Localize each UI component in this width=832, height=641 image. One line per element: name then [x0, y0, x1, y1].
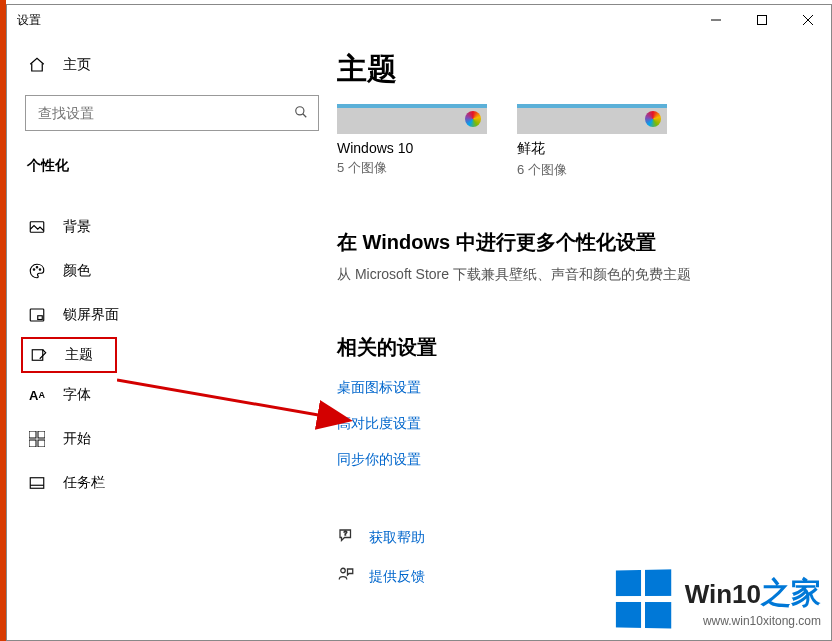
theme-icon: [29, 346, 49, 364]
titlebar: 设置: [7, 5, 831, 35]
home-label: 主页: [63, 56, 91, 74]
sidebar-item-label: 字体: [63, 386, 91, 404]
sidebar: 主页 个性化 背景 颜色 锁屏界面 主题: [7, 35, 337, 640]
help-label: 获取帮助: [369, 529, 425, 547]
svg-text:?: ?: [344, 530, 348, 536]
svg-point-8: [36, 267, 38, 269]
more-personalization-heading: 在 Windows 中进行更多个性化设置: [337, 229, 801, 256]
picture-icon: [27, 218, 47, 236]
theme-count: 5 个图像: [337, 159, 487, 177]
link-sync-settings[interactable]: 同步你的设置: [337, 451, 801, 469]
sidebar-item-themes[interactable]: 主题: [21, 337, 117, 373]
help-icon: ?: [337, 527, 355, 548]
sidebar-item-label: 主题: [65, 346, 93, 364]
theme-preview: [337, 104, 487, 134]
svg-rect-14: [38, 431, 45, 438]
content: 主题 Windows 10 5 个图像 鲜花 6 个图像 在 Windows 中…: [337, 35, 831, 640]
sidebar-item-label: 颜色: [63, 262, 91, 280]
lockscreen-icon: [27, 306, 47, 324]
sidebar-item-taskbar[interactable]: 任务栏: [7, 461, 337, 505]
sidebar-item-label: 任务栏: [63, 474, 105, 492]
svg-point-4: [296, 106, 304, 114]
svg-rect-15: [29, 440, 36, 447]
close-button[interactable]: [785, 5, 831, 35]
svg-point-20: [341, 568, 346, 573]
color-wheel-icon: [465, 111, 481, 127]
svg-rect-11: [38, 316, 43, 320]
sidebar-item-colors[interactable]: 颜色: [7, 249, 337, 293]
related-settings-heading: 相关的设置: [337, 334, 801, 361]
taskbar-icon: [27, 474, 47, 492]
watermark-url: www.win10xitong.com: [685, 614, 821, 628]
sidebar-item-start[interactable]: 开始: [7, 417, 337, 461]
sidebar-item-label: 开始: [63, 430, 91, 448]
watermark-brand: Win10: [685, 579, 761, 609]
watermark: Win10之家 www.win10xitong.com: [615, 570, 821, 630]
svg-line-5: [303, 113, 307, 117]
theme-name: Windows 10: [337, 140, 487, 156]
start-icon: [27, 431, 47, 447]
feedback-label: 提供反馈: [369, 568, 425, 586]
theme-name: 鲜花: [517, 140, 667, 158]
settings-window: 设置 主页 个性化 背景 颜色: [6, 4, 832, 641]
minimize-button[interactable]: [693, 5, 739, 35]
search-box[interactable]: [25, 95, 319, 131]
search-icon: [294, 105, 308, 122]
svg-rect-13: [29, 431, 36, 438]
watermark-suffix: 之家: [761, 576, 821, 609]
svg-rect-1: [758, 16, 767, 25]
theme-preview: [517, 104, 667, 134]
home-icon: [27, 56, 47, 74]
theme-count: 6 个图像: [517, 161, 667, 179]
home-button[interactable]: 主页: [7, 43, 337, 87]
sidebar-item-label: 背景: [63, 218, 91, 236]
section-title: 个性化: [7, 143, 337, 185]
windows-logo-icon: [616, 569, 675, 630]
sidebar-item-background[interactable]: 背景: [7, 205, 337, 249]
link-high-contrast[interactable]: 高对比度设置: [337, 415, 801, 433]
sidebar-item-label: 锁屏界面: [63, 306, 119, 324]
svg-point-9: [39, 269, 41, 271]
svg-rect-16: [38, 440, 45, 447]
sidebar-item-lockscreen[interactable]: 锁屏界面: [7, 293, 337, 337]
feedback-icon: [337, 566, 355, 587]
link-desktop-icons[interactable]: 桌面图标设置: [337, 379, 801, 397]
page-title: 主题: [337, 49, 801, 90]
theme-card[interactable]: Windows 10 5 个图像: [337, 104, 487, 179]
theme-card[interactable]: 鲜花 6 个图像: [517, 104, 667, 179]
more-personalization-sub: 从 Microsoft Store 下载兼具壁纸、声音和颜色的免费主题: [337, 266, 801, 284]
svg-point-7: [33, 269, 35, 271]
svg-rect-17: [30, 478, 44, 489]
window-title: 设置: [17, 12, 41, 29]
search-input[interactable]: [36, 104, 267, 122]
font-icon: AA: [27, 388, 47, 403]
help-link[interactable]: ? 获取帮助: [337, 527, 801, 548]
sidebar-item-fonts[interactable]: AA 字体: [7, 373, 337, 417]
color-wheel-icon: [645, 111, 661, 127]
palette-icon: [27, 262, 47, 280]
svg-rect-12: [32, 350, 43, 361]
maximize-button[interactable]: [739, 5, 785, 35]
